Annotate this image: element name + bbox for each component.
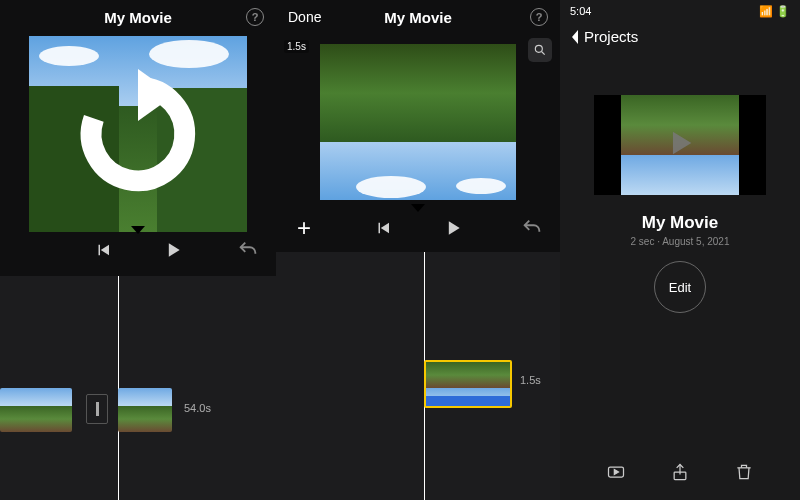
editor-panel-rotating: My Movie ? 54.0s — [0, 0, 276, 500]
project-title: My Movie — [0, 9, 276, 26]
transport-bar: + — [276, 206, 560, 250]
video-preview[interactable] — [0, 34, 276, 234]
timeline-clip[interactable] — [0, 388, 72, 432]
timeline-clip-selected[interactable] — [424, 360, 512, 408]
play-button[interactable] — [159, 236, 187, 264]
play-project-button[interactable] — [606, 462, 626, 486]
timeline[interactable]: 1.5s — [276, 252, 560, 500]
play-button[interactable] — [439, 214, 467, 242]
project-meta: 2 sec · August 5, 2021 — [560, 236, 800, 247]
help-button[interactable]: ? — [530, 8, 548, 26]
status-icons: 📶 🔋 — [759, 5, 790, 18]
skip-start-button[interactable] — [89, 236, 117, 264]
play-icon — [663, 126, 697, 164]
transition-marker[interactable] — [86, 394, 108, 424]
projects-panel: 5:04 📶 🔋 Projects My Movie 2 sec · Augus… — [560, 0, 800, 500]
delete-button[interactable] — [734, 462, 754, 486]
status-time: 5:04 — [570, 5, 591, 17]
preview-frame — [320, 44, 516, 200]
edit-button[interactable]: Edit — [654, 261, 706, 313]
bottom-toolbar — [560, 462, 800, 486]
svg-point-0 — [535, 45, 542, 52]
clip-duration-label: 54.0s — [184, 402, 211, 414]
preview-duration-label: 1.5s — [284, 40, 309, 53]
video-preview[interactable]: 1.5s — [276, 34, 560, 210]
share-button[interactable] — [670, 462, 690, 486]
header: Done My Movie ? — [276, 0, 560, 34]
skip-start-button[interactable] — [369, 214, 397, 242]
audio-track — [426, 396, 510, 406]
back-button[interactable]: Projects — [560, 22, 800, 51]
help-button[interactable]: ? — [246, 8, 264, 26]
chevron-left-icon — [570, 29, 580, 45]
timeline-clip[interactable] — [118, 388, 172, 432]
clip-duration-label: 1.5s — [520, 374, 541, 386]
rotate-cw-icon — [73, 69, 203, 199]
done-button[interactable]: Done — [288, 9, 321, 25]
transport-bar — [0, 228, 276, 272]
project-title: My Movie — [560, 213, 800, 233]
zoom-button[interactable] — [528, 38, 552, 62]
header: My Movie ? — [0, 0, 276, 34]
project-thumbnail[interactable] — [594, 95, 766, 195]
timeline[interactable]: 54.0s — [0, 276, 276, 500]
back-label: Projects — [584, 28, 638, 45]
status-bar: 5:04 📶 🔋 — [560, 0, 800, 22]
editor-panel-flipped: Done My Movie ? 1.5s + 1.5s — [276, 0, 560, 500]
